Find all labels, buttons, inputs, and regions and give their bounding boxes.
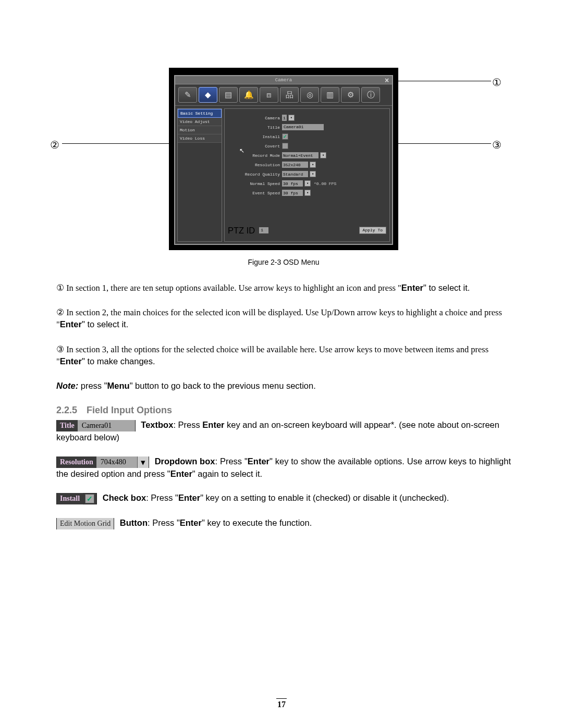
- close-icon[interactable]: ×: [383, 77, 390, 84]
- toolbar-icon-8[interactable]: ▥: [321, 87, 339, 103]
- resolution-label: Resolution: [228, 163, 282, 167]
- callout-3: ③: [491, 138, 503, 152]
- chevron-down-icon[interactable]: ▾: [320, 152, 326, 158]
- chevron-down-icon[interactable]: ▾: [304, 190, 311, 196]
- osd-toolbar: ✎ ◆ ▤ 🔔 ⧈ 品 ◎ ▥ ⚙ ⓘ: [175, 84, 392, 106]
- title-input[interactable]: Camera01: [282, 124, 324, 130]
- osd-main-panel: ↖ Camera 1 ▾ Title Camera01 Install: [224, 108, 390, 242]
- fieldopt-checkbox: Install ✓ Check box: Press "Enter" key o…: [56, 492, 511, 504]
- ptz-input[interactable]: 1: [259, 227, 268, 233]
- leader-3: [383, 143, 491, 144]
- nspeed-label: Normal Speed: [228, 181, 282, 186]
- chevron-down-icon: ▾: [137, 456, 149, 468]
- toolbar-icon-2[interactable]: ◆: [199, 87, 217, 103]
- toolbar-icon-6[interactable]: 品: [280, 87, 299, 103]
- toolbar-icon-4[interactable]: 🔔: [239, 87, 258, 103]
- title-label: Title: [228, 125, 282, 130]
- toolbar-icon-5[interactable]: ⧈: [260, 87, 278, 103]
- chevron-down-icon[interactable]: ▾: [288, 115, 295, 121]
- para-note: Note: press "Menu" button to go back to …: [56, 380, 511, 391]
- fieldopt-textbox: Title Camera01 Textbox: Press Enter key …: [56, 419, 511, 443]
- sidebar-item-motion[interactable]: Motion: [178, 126, 222, 134]
- sidebar-item-basic-setting[interactable]: Basic Setting: [178, 109, 222, 118]
- fps-extra: *0.00 FPS: [314, 181, 336, 186]
- fieldopt-button: Edit Motion Grid Button: Press "Enter" k…: [56, 517, 511, 529]
- chip-button: Edit Motion Grid: [56, 518, 114, 529]
- chip-checkbox: Install ✓: [56, 493, 97, 504]
- recmode-label: Record Mode: [228, 153, 282, 158]
- chevron-down-icon[interactable]: ▾: [304, 180, 311, 187]
- section-heading: 2.2.5Field Input Options: [56, 405, 511, 416]
- covert-checkbox[interactable]: [282, 143, 288, 149]
- page-number: 17: [0, 698, 563, 709]
- callout-1: ①: [491, 76, 503, 90]
- recmode-select[interactable]: Normal+Event: [282, 152, 319, 158]
- leader-1: [398, 81, 491, 81]
- leader-2: [62, 143, 182, 144]
- sidebar-item-video-loss[interactable]: Video Loss: [178, 134, 222, 143]
- chevron-down-icon[interactable]: ▾: [310, 171, 316, 177]
- covert-label: Covert: [228, 144, 282, 149]
- callout-2: ②: [49, 138, 60, 152]
- fieldopt-dropdown: Resolution 704x480 ▾ Dropdown box: Press…: [56, 455, 511, 479]
- toolbar-icon-1[interactable]: ✎: [178, 87, 197, 103]
- check-icon: ✓: [85, 494, 94, 503]
- recqual-select[interactable]: Standard: [282, 171, 308, 177]
- toolbar-icon-9[interactable]: ⚙: [341, 87, 360, 103]
- toolbar-icon-10[interactable]: ⓘ: [361, 87, 380, 103]
- chevron-down-icon[interactable]: ▾: [310, 162, 316, 168]
- figure-caption: Figure 2-3 OSD Menu: [56, 257, 511, 267]
- osd-figure: ① ② ③ Camera × ✎ ◆ ▤ 🔔 ⧈: [117, 68, 450, 250]
- sidebar-item-video-adjust[interactable]: Video Adjust: [178, 118, 222, 126]
- osd-titlebar: Camera ×: [175, 76, 392, 84]
- chip-textbox: Title Camera01: [56, 420, 136, 431]
- install-checkbox[interactable]: ✓: [282, 133, 288, 140]
- para-section3: ③ In section 3, all the options for the …: [56, 343, 511, 368]
- ptz-label: PTZ ID: [228, 225, 257, 236]
- osd-sidebar: Basic Setting Video Adjust Motion Video …: [177, 108, 222, 242]
- recqual-label: Record Quality: [228, 172, 282, 177]
- nspeed-select[interactable]: 30 fps: [282, 180, 303, 187]
- install-label: Install: [228, 134, 282, 139]
- espeed-select[interactable]: 30 fps: [282, 190, 303, 196]
- espeed-label: Event Speed: [228, 191, 282, 195]
- osd-window-title: Camera: [275, 78, 292, 83]
- para-section2: ② In section 2, the main choices for the…: [56, 306, 511, 331]
- camera-select[interactable]: 1: [282, 115, 287, 121]
- chip-dropdown: Resolution 704x480 ▾: [56, 456, 149, 468]
- osd-screen: Camera × ✎ ◆ ▤ 🔔 ⧈ 品 ◎ ▥ ⚙ ⓘ: [169, 68, 398, 250]
- toolbar-icon-7[interactable]: ◎: [300, 87, 319, 103]
- resolution-select[interactable]: 352x240: [282, 162, 308, 168]
- apply-to-button[interactable]: Apply To: [359, 227, 386, 234]
- camera-label: Camera: [228, 116, 282, 120]
- para-section1: ① In section 1, there are ten setup opti…: [56, 282, 511, 294]
- toolbar-icon-3[interactable]: ▤: [219, 87, 238, 103]
